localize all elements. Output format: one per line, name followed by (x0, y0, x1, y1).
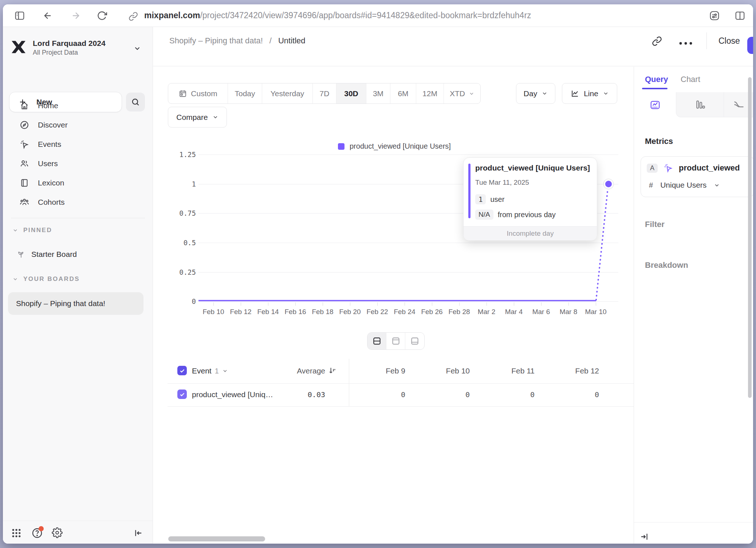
metric-tab-insights-active[interactable] (634, 92, 676, 117)
table-average-header[interactable]: Average (274, 367, 325, 375)
tab-query[interactable]: Query (645, 75, 668, 84)
sprout-icon (17, 250, 25, 259)
metric-badge: A (647, 164, 658, 173)
breadcrumb-board[interactable]: Shopify – Piping that data! (169, 36, 263, 46)
metrics-section-label: Metrics (645, 137, 673, 146)
table-row-checkbox[interactable] (177, 390, 187, 399)
range-3m[interactable]: 3M (366, 83, 390, 103)
table-col-header[interactable]: Feb 11 (484, 367, 535, 375)
home-icon (20, 101, 29, 110)
layout-top-bar-button[interactable] (386, 333, 405, 349)
tooltip-footer: Incomplete day (464, 226, 597, 240)
tooltip-value-unit: user (490, 195, 504, 204)
range-30d-selected[interactable]: 30D (336, 83, 366, 103)
table-cell: 0 (419, 390, 470, 399)
sidebar-item-lexicon[interactable]: Lexicon (7, 173, 149, 192)
project-switcher[interactable]: Lord Farquaad 2024 All Project Data (33, 39, 106, 56)
extensions-icon[interactable] (709, 10, 720, 21)
chevron-down-icon (469, 91, 475, 97)
metric-card[interactable]: A product_viewed # Unique Users (641, 156, 753, 197)
legend-label: product_viewed [Unique Users] (350, 142, 451, 150)
share-link-icon[interactable] (652, 36, 662, 48)
range-yesterday[interactable]: Yesterday (262, 83, 313, 103)
range-today[interactable]: Today (228, 83, 262, 103)
table-col-header[interactable]: Feb 9 (354, 367, 405, 375)
breakdown-section-label[interactable]: Breakdown (645, 261, 688, 270)
table-col-header[interactable]: Feb 12 (548, 367, 599, 375)
table-row-average: 0.03 (274, 390, 325, 399)
collapse-sidebar-icon[interactable] (133, 528, 143, 540)
layout-bottom-bar-button[interactable] (405, 333, 424, 349)
tooltip-value-row: 1 user (475, 194, 504, 204)
range-xtd[interactable]: XTD (444, 83, 480, 103)
tooltip-date: Tue Mar 11, 2025 (475, 179, 529, 187)
compass-icon (20, 120, 29, 130)
more-options-icon[interactable] (678, 40, 693, 47)
sidebar-item-label: Lexicon (38, 179, 64, 187)
sidebar-item-home[interactable]: Home (7, 96, 149, 115)
chevron-down-icon (222, 368, 228, 374)
table-header-checkbox[interactable] (177, 366, 187, 375)
sidebar-item-shopify-board[interactable]: Shopify – Piping that data! (8, 292, 143, 315)
metric-measure-row[interactable]: # Unique Users (649, 181, 720, 189)
your-boards-section-header[interactable]: YOUR BOARDS (12, 275, 80, 283)
board-header: Shopify – Piping that data! / Untitled C… (153, 27, 753, 66)
metric-measure: Unique Users (660, 181, 706, 189)
gear-icon[interactable] (52, 527, 63, 540)
sidebar-item-label: Discover (38, 121, 68, 129)
table-cell: 0 (548, 390, 599, 399)
breadcrumb-page-title[interactable]: Untitled (278, 36, 306, 46)
insights-chart-icon (650, 99, 661, 110)
divider (349, 359, 349, 406)
pinned-section-header[interactable]: PINNED (12, 227, 52, 234)
sidebar-item-starter-board[interactable]: Starter Board (7, 245, 149, 264)
reload-icon[interactable] (97, 11, 107, 21)
granularity-dropdown[interactable]: Day (516, 83, 555, 104)
browser-sidebar-toggle-icon[interactable] (14, 10, 25, 21)
divider (706, 32, 707, 49)
right-panel-scrollbar[interactable] (748, 77, 752, 398)
range-12m[interactable]: 12M (416, 83, 444, 103)
sidebar-item-cohorts[interactable]: Cohorts (7, 193, 149, 212)
sort-icon[interactable] (328, 366, 338, 377)
chevron-down-icon (12, 227, 18, 233)
project-chevron-down-icon[interactable] (133, 44, 141, 54)
forward-icon[interactable] (70, 11, 81, 21)
chart-legend[interactable]: product_viewed [Unique Users] (338, 142, 451, 150)
table-col-header[interactable]: Feb 10 (419, 367, 470, 375)
metric-tab-bars[interactable] (676, 92, 724, 117)
tab-chart[interactable]: Chart (681, 75, 700, 84)
sidebar-item-users[interactable]: Users (7, 154, 149, 173)
compare-dropdown[interactable]: Compare (168, 107, 227, 128)
split-view-icon[interactable] (734, 10, 746, 21)
sidebar-item-events[interactable]: Events (7, 135, 149, 154)
notification-dot (39, 526, 44, 531)
url-path: /project/3472420/view/3974696/app/boards… (200, 11, 531, 20)
help-icon[interactable] (31, 527, 43, 540)
table-event-header[interactable]: Event 1 (192, 367, 228, 375)
filter-section-label[interactable]: Filter (645, 220, 665, 229)
expand-panel-icon[interactable] (639, 532, 649, 543)
table-row-name[interactable]: product_viewed [Uniq… (192, 390, 273, 399)
date-range-selector: Custom Today Yesterday 7D 30D 3M 6M 12M … (168, 83, 481, 104)
sidebar-item-discover[interactable]: Discover (7, 116, 149, 134)
save-button-partial[interactable] (747, 37, 753, 54)
metric-event-row[interactable]: A product_viewed (647, 163, 740, 173)
chart-type-dropdown[interactable]: Line (562, 83, 617, 104)
funnel-flow-icon (733, 99, 745, 110)
url-link-icon (129, 12, 138, 21)
your-boards-label: YOUR BOARDS (23, 275, 80, 283)
close-button[interactable]: Close (718, 36, 740, 46)
range-7d[interactable]: 7D (313, 83, 336, 103)
check-icon (179, 368, 185, 374)
range-6m[interactable]: 6M (390, 83, 416, 103)
chevron-down-icon (603, 90, 609, 97)
range-custom[interactable]: Custom (168, 83, 228, 103)
main-horizontal-scrollbar[interactable] (168, 536, 265, 541)
back-icon[interactable] (42, 11, 53, 21)
apps-grid-icon[interactable] (11, 528, 22, 540)
active-tab-underline (642, 88, 668, 89)
layout-split-horizontal-button[interactable] (367, 333, 386, 349)
address-bar[interactable]: mixpanel.com/project/3472420/view/397469… (144, 11, 531, 20)
cohorts-icon (20, 197, 29, 207)
